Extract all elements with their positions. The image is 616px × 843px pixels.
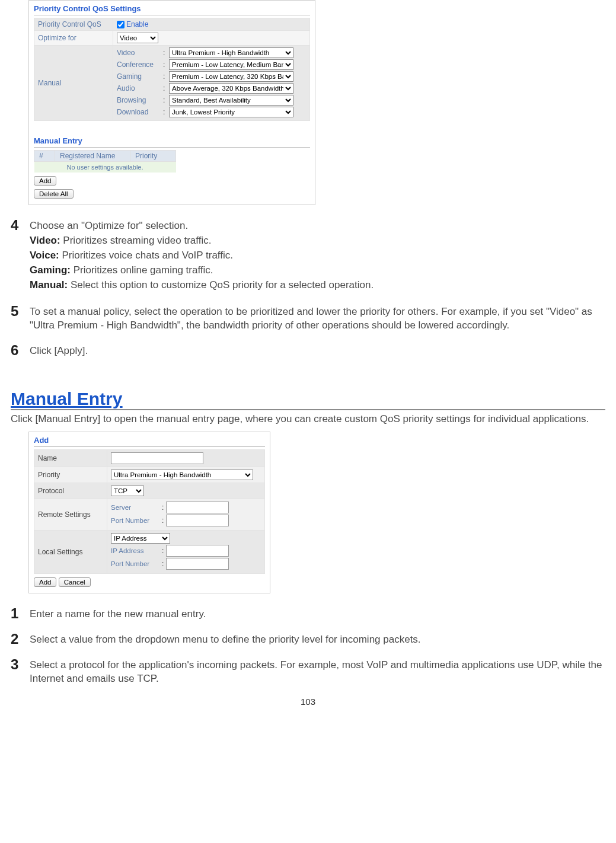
local-ip-label: IP Address — [111, 547, 162, 554]
page-number: 103 — [11, 697, 605, 707]
enable-checkbox[interactable] — [117, 21, 125, 28]
enable-text: Enable — [126, 20, 148, 28]
remote-label: Remote Settings — [34, 499, 107, 531]
cancel-button[interactable]: Cancel — [59, 577, 91, 587]
step-num-1: 1 — [11, 606, 30, 621]
name-label: Name — [34, 450, 107, 467]
qos-title: Priority Control QoS Settings — [34, 4, 310, 15]
priority-label: Priority — [34, 467, 107, 483]
qos-settings-screenshot: Priority Control QoS Settings Priority C… — [28, 0, 315, 205]
manual-entry-heading: Manual Entry — [34, 136, 310, 148]
step-num-3: 3 — [11, 657, 30, 686]
manual-download-label: Download — [117, 108, 163, 116]
step-5-body: To set a manual policy, select the opera… — [30, 304, 605, 333]
me-col-num: # — [34, 151, 55, 162]
remote-server-label: Server — [111, 504, 162, 511]
delete-all-button[interactable]: Delete All — [34, 189, 74, 199]
name-input[interactable] — [111, 452, 203, 464]
local-type-select[interactable]: IP Address — [111, 533, 170, 544]
step-2-body: Select a value from the dropdown menu to… — [30, 632, 605, 647]
protocol-label: Protocol — [34, 483, 107, 499]
manual-video-label: Video — [117, 49, 163, 57]
remote-port-input[interactable] — [166, 515, 229, 526]
manual-conference-select[interactable]: Premium - Low Latency, Medium Bandwidth — [169, 59, 293, 70]
manual-browsing-label: Browsing — [117, 96, 163, 104]
protocol-select[interactable]: TCP — [111, 486, 144, 496]
step-3-body: Select a protocol for the application's … — [30, 657, 605, 686]
local-port-input[interactable] — [166, 558, 229, 570]
add-button[interactable]: Add — [34, 176, 56, 186]
local-label: Local Settings — [34, 531, 107, 574]
remote-server-input[interactable] — [166, 502, 229, 513]
add-title: Add — [34, 436, 265, 447]
step-num-4: 4 — [11, 218, 30, 293]
add-panel-screenshot: Add Name Priority Ultra Premium - High B… — [28, 432, 270, 593]
manual-video-select[interactable]: Ultra Premium - High Bandwidth — [169, 47, 293, 58]
step-6-body: Click [Apply]. — [30, 343, 605, 358]
me-col-name: Registered Name — [55, 151, 130, 162]
remote-port-label: Port Number — [111, 517, 162, 524]
step-1-body: Enter a name for the new manual entry. — [30, 606, 605, 621]
manual-label: Manual — [34, 46, 113, 121]
optimize-label: Optimize for — [34, 31, 113, 46]
step-num-5: 5 — [11, 304, 30, 333]
me-col-priority: Priority — [130, 151, 176, 162]
step-4-body: Choose an "Optimize for" selection. Vide… — [30, 218, 605, 293]
optimize-select[interactable]: Video — [117, 33, 158, 43]
section-description: Click [Manual Entry] to open the manual … — [11, 413, 605, 426]
local-ip-input[interactable] — [166, 545, 229, 557]
step-num-2: 2 — [11, 632, 30, 647]
manual-audio-select[interactable]: Above Average, 320 Kbps Bandwidth — [169, 83, 293, 94]
step-num-6: 6 — [11, 343, 30, 358]
manual-gaming-select[interactable]: Premium - Low Latency, 320 Kbps Bandwidt — [169, 71, 293, 82]
manual-download-select[interactable]: Junk, Lowest Priority — [169, 107, 293, 117]
manual-audio-label: Audio — [117, 84, 163, 92]
add-submit-button[interactable]: Add — [34, 577, 56, 587]
section-heading: Manual Entry — [11, 389, 605, 410]
me-empty-row: No user settings available. — [34, 162, 176, 173]
manual-conference-label: Conference — [117, 60, 163, 69]
enable-label: Priority Control QoS — [34, 18, 113, 31]
manual-gaming-label: Gaming — [117, 72, 163, 81]
manual-browsing-select[interactable]: Standard, Best Availability — [169, 95, 293, 106]
priority-select[interactable]: Ultra Premium - High Bandwidth — [111, 470, 253, 480]
local-port-label: Port Number — [111, 560, 162, 567]
